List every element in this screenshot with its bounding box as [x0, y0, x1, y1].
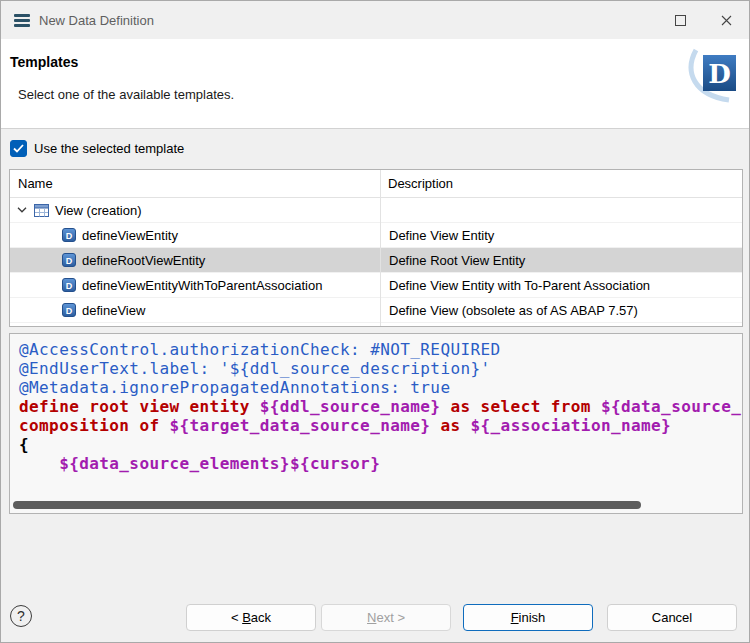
tree-group-row-view-creation[interactable]: View (creation) [10, 198, 742, 223]
template-name: defineViewEntityWithToParentAssociation [82, 278, 322, 293]
templates-table: Name Description [9, 169, 743, 327]
table-row-defineViewEntityWithToParentAssociation[interactable]: D defineViewEntityWithToParentAssociatio… [10, 273, 742, 298]
code-line: @EndUserText.label: '${ddl_source_descri… [19, 359, 742, 378]
titlebar: New Data Definition [1, 1, 749, 39]
maximize-icon [675, 15, 686, 26]
help-button[interactable]: ? [10, 605, 32, 627]
code-token: ${ddl_source_name} [260, 397, 441, 416]
template-description: Define View Entity with To-Parent Associ… [380, 273, 742, 297]
use-template-checkbox[interactable] [10, 140, 27, 157]
table-row-defineViewEntity[interactable]: D defineViewEntity Define View Entity [10, 223, 742, 248]
code-token: ${data_source_ [601, 397, 741, 416]
template-name: defineView [82, 303, 145, 318]
use-template-row: Use the selected template [10, 139, 184, 157]
template-icon: D [62, 278, 76, 292]
back-button[interactable]: < Back [186, 604, 316, 631]
code-token: @EndUserText.label: '${ddl_source_descri… [19, 359, 491, 378]
window-controls [657, 1, 749, 39]
template-description: Define View Entity [380, 223, 742, 247]
close-icon [721, 15, 732, 26]
table-row-defineRootViewEntity[interactable]: D defineRootViewEntity Define Root View … [10, 248, 742, 273]
group-label: View (creation) [55, 203, 141, 218]
template-icon: D [62, 303, 76, 317]
page-title: Templates [10, 54, 78, 70]
column-divider[interactable] [380, 170, 381, 326]
code-token: as [430, 416, 470, 435]
column-header-description[interactable]: Description [388, 170, 453, 197]
table-row-defineView[interactable]: D defineView Define View (obsolete as of… [10, 298, 742, 323]
logo-letter: D [708, 59, 731, 89]
code-line: ${data_source_elements}${cursor} [19, 454, 742, 473]
code-token: @Metadata.ignorePropagatedAnnotations: t… [19, 378, 450, 397]
next-button[interactable]: Next > [321, 604, 451, 631]
code-token: define root view entity [19, 397, 260, 416]
cancel-button[interactable]: Cancel [607, 604, 737, 631]
name-cell: D defineViewEntityWithToParentAssociatio… [10, 273, 380, 297]
code-token: { [19, 435, 29, 454]
table-header: Name Description [10, 170, 742, 198]
template-description: Define View (obsolete as of AS ABAP 7.57… [380, 298, 742, 322]
template-name: defineRootViewEntity [82, 253, 205, 268]
chevron-down-icon[interactable] [17, 207, 27, 213]
code-token: ${_association_name} [471, 416, 672, 435]
page-subtitle: Select one of the available templates. [18, 87, 234, 102]
wizard-header: Templates Select one of the available te… [1, 39, 749, 129]
template-description: Define Root View Entity [380, 248, 742, 272]
wizard-content: Use the selected template Name Descripti… [1, 130, 749, 642]
name-cell: D defineView [10, 298, 380, 322]
template-name: defineViewEntity [82, 228, 178, 243]
svg-text:D: D [66, 306, 73, 316]
horizontal-scrollbar-thumb[interactable] [13, 501, 641, 509]
template-icon: D [62, 228, 76, 242]
adt-wizard-logo: D [687, 45, 741, 103]
button-bar: ? < Back Next > Finish Cancel [1, 590, 749, 642]
code-line: @Metadata.ignorePropagatedAnnotations: t… [19, 378, 742, 397]
finish-button[interactable]: Finish [463, 604, 593, 631]
wizard-buttons: < Back Next > Finish Cancel [186, 604, 737, 631]
svg-text:D: D [66, 231, 73, 241]
name-cell: D defineViewEntity [10, 223, 380, 247]
code-token [19, 454, 59, 473]
window-icon [14, 12, 30, 28]
code-token: as select from [440, 397, 601, 416]
code-token: ${data_source_elements}${cursor} [59, 454, 380, 473]
new-data-definition-dialog: New Data Definition Templates Select one… [0, 0, 750, 643]
template-preview-pane[interactable]: @AccessControl.authorizationCheck: #NOT_… [9, 333, 743, 514]
svg-text:D: D [66, 281, 73, 291]
check-icon [13, 144, 24, 153]
maximize-button[interactable] [657, 1, 703, 39]
window-title: New Data Definition [39, 13, 154, 28]
svg-text:D: D [66, 256, 73, 266]
table-body: View (creation) D defineViewEntity Defin… [10, 198, 742, 326]
close-button[interactable] [703, 1, 749, 39]
code-token: @AccessControl.authorizationCheck: #NOT_… [19, 340, 501, 359]
code-token: composition of [19, 416, 170, 435]
code-line: define root view entity ${ddl_source_nam… [19, 397, 742, 416]
code-line: @AccessControl.authorizationCheck: #NOT_… [19, 340, 742, 359]
code-line: { [19, 435, 742, 454]
code-line: composition of ${target_data_source_name… [19, 416, 742, 435]
column-header-name[interactable]: Name [18, 170, 53, 197]
template-icon: D [62, 253, 76, 267]
use-template-label[interactable]: Use the selected template [34, 141, 184, 156]
name-cell: D defineRootViewEntity [10, 248, 380, 272]
view-category-icon [34, 204, 49, 217]
code-token: ${target_data_source_name} [170, 416, 431, 435]
